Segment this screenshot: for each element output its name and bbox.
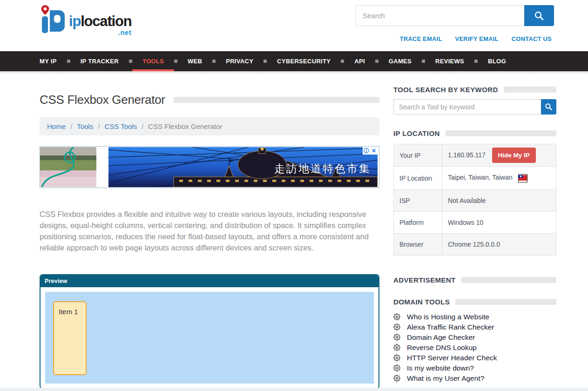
nav-item-api[interactable]: API: [344, 51, 375, 71]
gear-icon: [393, 313, 400, 320]
adchoices-info-icon[interactable]: ⓘ: [363, 147, 370, 155]
breadcrumb-tools-link[interactable]: Tools: [77, 122, 93, 130]
list-item[interactable]: Alexa Traffic Rank Checker: [393, 324, 556, 330]
domain-tool-link-alexa[interactable]: Alexa Traffic Rank Checker: [407, 324, 494, 330]
ip-location-table: Your IP 1.160.95.117 Hide My IP IP Locat…: [393, 144, 556, 256]
your-ip-value-cell: 1.160.95.117 Hide My IP: [442, 144, 556, 167]
domain-tool-link-reverse-dns[interactable]: Reverse DNS Lookup: [407, 344, 477, 351]
heading-bar: [461, 277, 556, 283]
nav-item-ip-tracker[interactable]: IP TRACKER: [70, 51, 129, 71]
table-row: IP Location Taipei, Taiwan, Taiwan: [394, 167, 556, 190]
preview-panel-body: Item 1: [41, 287, 378, 388]
hide-my-ip-button[interactable]: Hide My IP: [492, 148, 536, 163]
list-item[interactable]: HTTP Server Header Check: [393, 354, 556, 361]
nav-separator: [375, 60, 378, 63]
tool-search-input[interactable]: [393, 99, 541, 115]
list-item[interactable]: Is my website down?: [393, 364, 556, 371]
nav-item-cybersecurity[interactable]: CYBERSECURITY: [267, 51, 341, 71]
domain-tools-heading: DOMAIN TOOLS: [393, 298, 556, 306]
ad-main-image[interactable]: 走訪地道特色市集 ⓘ ✕: [108, 147, 378, 187]
domain-tools-heading-text: DOMAIN TOOLS: [393, 298, 450, 306]
ip-location-value-cell: Taipei, Taiwan, Taiwan: [442, 167, 556, 190]
nav-separator: [474, 60, 478, 63]
domain-tool-link-domain-age[interactable]: Domain Age Checker: [407, 334, 475, 341]
breadcrumb-css-tools-link[interactable]: CSS Tools: [104, 122, 137, 130]
heading-bar: [455, 299, 556, 305]
tool-search-heading: TOOL SEARCH BY KEYWORD: [393, 86, 556, 94]
site-search-input[interactable]: [355, 5, 524, 26]
list-item[interactable]: Who is Hosting a Website: [393, 313, 556, 320]
gear-icon: [393, 354, 400, 361]
taiwan-flag-icon: [518, 174, 527, 182]
isp-value: Not Available: [442, 190, 556, 212]
flexbox-preview-container: Item 1: [45, 292, 374, 384]
gear-icon: [393, 364, 400, 371]
nav-separator: [264, 60, 267, 63]
site-search-button[interactable]: [524, 5, 554, 26]
breadcrumb-separator: /: [142, 122, 143, 130]
your-ip-value: 1.160.95.117: [448, 151, 486, 159]
ip-location-heading-text: IP LOCATION: [393, 129, 440, 137]
ip-location-heading: IP LOCATION: [393, 129, 556, 137]
sidebar: TOOL SEARCH BY KEYWORD IP LOCATION Your …: [393, 71, 556, 389]
verify-email-link[interactable]: VERIFY EMAIL: [455, 35, 499, 42]
tool-search-heading-text: TOOL SEARCH BY KEYWORD: [393, 86, 498, 94]
search-icon: [545, 103, 553, 111]
your-ip-label: Your IP: [394, 144, 442, 167]
domain-tool-link-user-agent[interactable]: What is my User Agent?: [407, 375, 484, 382]
isp-label: ISP: [394, 190, 442, 212]
logo-ip-text: ip: [69, 13, 81, 29]
nav-item-tools[interactable]: TOOLS: [132, 51, 174, 71]
breadcrumb-current: CSS Flexbox Generator: [148, 122, 222, 130]
domain-tools-list: Who is Hosting a Website Alexa Traffic R…: [393, 313, 556, 382]
breadcrumb: Home / Tools / CSS Tools / CSS Flexbox G…: [40, 117, 379, 135]
trace-email-link[interactable]: TRACE EMAIL: [400, 35, 442, 42]
browser-label: Browser: [394, 234, 442, 256]
preview-panel-header: Preview: [41, 275, 378, 287]
nav-separator: [129, 60, 132, 63]
ad-caption-text: 走訪地道特色市集: [274, 162, 371, 176]
contact-us-link[interactable]: CONTACT US: [512, 35, 552, 42]
search-icon: [534, 11, 544, 21]
nav-separator: [422, 60, 425, 63]
ad-thumbnail-image[interactable]: [40, 147, 96, 187]
site-header: iplocation .net TRACE EMAIL VERIFY EMAIL…: [0, 0, 588, 51]
preview-panel: Preview Item 1: [40, 274, 379, 389]
logo-wordmark: iplocation .net: [69, 14, 131, 36]
nav-item-my-ip[interactable]: MY IP: [29, 51, 67, 71]
tool-description: CSS Flexbox provides a flexible and intu…: [40, 209, 379, 253]
table-row: Your IP 1.160.95.117 Hide My IP: [394, 144, 556, 167]
ad-close-icon[interactable]: ✕: [370, 147, 378, 155]
gear-icon: [393, 334, 400, 341]
heading-bar: [504, 87, 556, 93]
platform-value: Windows 10: [442, 212, 556, 234]
site-logo[interactable]: iplocation .net: [40, 5, 131, 37]
page-title: CSS Flexbox Generator: [40, 93, 165, 107]
ad-banner[interactable]: 走訪地道特色市集 ⓘ ✕: [40, 146, 379, 188]
table-row: ISP Not Available: [394, 190, 556, 212]
tool-search-button[interactable]: [541, 99, 556, 115]
nav-separator: [174, 60, 177, 63]
domain-tool-link-http-header[interactable]: HTTP Server Header Check: [407, 354, 497, 361]
list-item[interactable]: Reverse DNS Lookup: [393, 344, 556, 351]
logo-mark-icon: [40, 5, 67, 37]
nav-separator: [212, 60, 216, 63]
advertisement-heading: ADVERTISEMENT: [393, 276, 556, 284]
breadcrumb-separator: /: [70, 122, 72, 130]
logo-location-text: location: [81, 13, 131, 29]
flexbox-preview-item: Item 1: [53, 301, 87, 375]
list-item[interactable]: What is my User Agent?: [393, 375, 556, 382]
main-nav: MY IP IP TRACKER TOOLS WEB PRIVACY CYBER…: [0, 51, 588, 71]
nav-item-web[interactable]: WEB: [177, 51, 212, 71]
domain-tool-link-website-down[interactable]: Is my website down?: [407, 364, 474, 371]
content-area: CSS Flexbox Generator Home / Tools / CSS…: [0, 71, 588, 389]
nav-item-privacy[interactable]: PRIVACY: [216, 51, 264, 71]
browser-value: Chrome 125.0.0.0: [442, 234, 556, 256]
logo-tld-text: .net: [69, 29, 131, 36]
nav-item-games[interactable]: GAMES: [378, 51, 422, 71]
domain-tool-link-hosting[interactable]: Who is Hosting a Website: [407, 313, 489, 320]
nav-item-blog[interactable]: BLOG: [478, 51, 516, 71]
list-item[interactable]: Domain Age Checker: [393, 334, 556, 341]
nav-item-reviews[interactable]: REVIEWS: [425, 51, 474, 71]
breadcrumb-home-link[interactable]: Home: [47, 122, 66, 130]
